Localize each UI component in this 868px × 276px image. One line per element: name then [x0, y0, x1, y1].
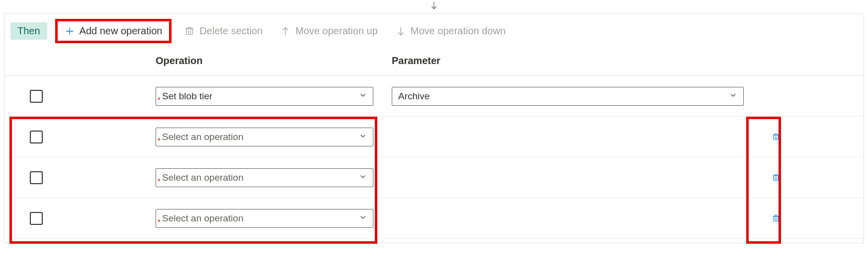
header-parameter: Parameter	[392, 55, 749, 67]
table-row: Select an operation *	[4, 157, 864, 198]
operation-select-value: Set blob tier	[162, 91, 212, 102]
delete-row-button[interactable]	[769, 130, 783, 144]
add-new-operation-label: Add new operation	[80, 25, 163, 37]
flow-arrow-down-icon	[0, 0, 868, 13]
table-row: Select an operation *	[4, 117, 864, 157]
operation-select[interactable]: Set blob tier	[156, 87, 373, 106]
delete-section-button[interactable]: Delete section	[179, 22, 267, 40]
move-operation-up-label: Move operation up	[295, 25, 378, 37]
svg-rect-8	[774, 135, 778, 139]
required-indicator: *	[158, 218, 160, 226]
operation-select-value: Select an operation	[162, 132, 244, 142]
plus-icon	[65, 26, 75, 36]
chevron-down-icon	[359, 132, 367, 142]
operation-select-value: Select an operation	[162, 172, 244, 183]
then-toolbar: Then Add new operation Delete section Mo…	[4, 14, 864, 46]
arrow-up-icon	[280, 26, 290, 36]
trash-icon	[184, 26, 194, 36]
delete-section-label: Delete section	[199, 25, 262, 37]
annotation-highlight-add-operation: Add new operation	[55, 19, 172, 43]
row-checkbox[interactable]	[30, 131, 43, 143]
chevron-down-icon	[359, 91, 367, 102]
chevron-down-icon	[729, 91, 737, 102]
move-operation-up-button[interactable]: Move operation up	[275, 22, 383, 40]
table-row: Select an operation *	[4, 198, 864, 239]
chevron-down-icon	[359, 213, 367, 224]
row-checkbox[interactable]	[30, 90, 43, 103]
header-operation: Operation	[156, 55, 392, 67]
then-section-panel: Then Add new operation Delete section Mo…	[4, 13, 864, 243]
row-checkbox[interactable]	[30, 171, 43, 184]
table-row: Set blob tier * Archive	[4, 76, 864, 117]
required-indicator: *	[158, 137, 160, 144]
arrow-down-icon	[396, 26, 406, 36]
delete-row-button[interactable]	[769, 171, 783, 185]
delete-row-button[interactable]	[769, 211, 783, 225]
table-header-row: Operation Parameter	[4, 46, 864, 76]
table-body: Set blob tier * Archive	[4, 76, 864, 239]
required-indicator: *	[158, 177, 160, 185]
required-indicator: *	[158, 96, 160, 104]
operation-select-value: Select an operation	[162, 213, 244, 224]
move-operation-down-button[interactable]: Move operation down	[391, 22, 511, 40]
move-operation-down-label: Move operation down	[411, 25, 506, 37]
parameter-select-value: Archive	[398, 91, 430, 102]
add-new-operation-button[interactable]: Add new operation	[60, 22, 168, 40]
operation-select[interactable]: Select an operation	[156, 168, 373, 187]
operations-table: Operation Parameter Set blob tier *	[4, 46, 864, 239]
row-checkbox[interactable]	[30, 212, 43, 225]
parameter-select[interactable]: Archive	[392, 87, 744, 106]
svg-rect-14	[774, 216, 778, 221]
chevron-down-icon	[359, 172, 367, 183]
svg-rect-3	[187, 29, 193, 35]
then-badge: Then	[10, 22, 47, 40]
operation-select[interactable]: Select an operation	[156, 209, 373, 228]
operation-select[interactable]: Select an operation	[156, 128, 373, 146]
svg-rect-11	[774, 176, 778, 180]
